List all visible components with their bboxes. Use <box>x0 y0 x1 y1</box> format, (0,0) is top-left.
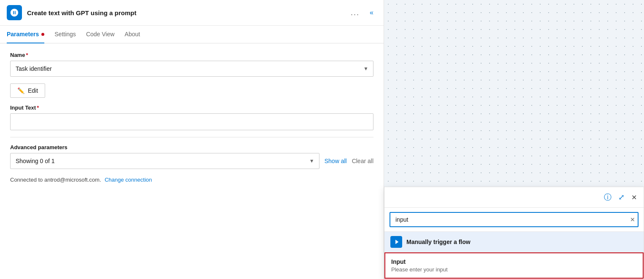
result-item-title: Input <box>391 258 637 265</box>
advanced-select-wrapper: Showing 0 of 1 ▼ <box>10 153 319 169</box>
input-text-field-group: Input Text* <box>10 105 373 130</box>
advanced-parameters-section: Advanced parameters Showing 0 of 1 ▼ Sho… <box>10 144 373 169</box>
search-clear-button[interactable]: ✕ <box>630 216 635 223</box>
name-label: Name* <box>10 52 373 58</box>
search-input[interactable] <box>390 212 639 227</box>
popup-expand-button[interactable]: ⤢ <box>617 191 626 204</box>
name-select[interactable]: Task identifier <box>10 61 373 77</box>
trigger-label: Manually trigger a flow <box>406 239 471 245</box>
canvas-panel: ⓘ ⤢ ✕ ✕ Manually trigger a flow <box>384 0 644 279</box>
tab-settings[interactable]: Settings <box>54 26 76 43</box>
tab-about[interactable]: About <box>124 26 140 43</box>
tab-required-dot <box>41 33 44 36</box>
connection-text: Connected to antrod@microsoft.com. <box>10 177 101 183</box>
tab-code-view[interactable]: Code View <box>86 26 114 43</box>
name-required: * <box>26 52 28 58</box>
search-wrapper: ✕ <box>384 208 644 232</box>
tab-parameters[interactable]: Parameters <box>7 26 44 43</box>
close-icon: ✕ <box>631 193 637 201</box>
advanced-select[interactable]: Showing 0 of 1 <box>10 153 319 169</box>
input-text-required: * <box>37 105 39 111</box>
flow-trigger-icon <box>393 239 400 245</box>
name-select-wrapper: Task identifier ▼ <box>10 61 373 77</box>
change-connection-link[interactable]: Change connection <box>105 177 152 183</box>
divider <box>10 137 373 137</box>
connection-info: Connected to antrod@microsoft.com. Chang… <box>10 176 373 183</box>
trigger-item: Manually trigger a flow <box>384 232 644 252</box>
pencil-icon: ✏️ <box>17 87 24 94</box>
panel-header: Create text with GPT using a prompt ... … <box>0 0 384 26</box>
result-item-subtitle: Please enter your input <box>391 266 637 273</box>
show-all-link[interactable]: Show all <box>325 158 347 164</box>
name-field-group: Name* Task identifier ▼ <box>10 52 373 77</box>
popup-panel: ⓘ ⤢ ✕ ✕ Manually trigger a flow <box>384 187 644 279</box>
header-actions: ... « <box>347 7 377 19</box>
tabs-bar: Parameters Settings Code View About <box>0 26 384 43</box>
left-panel: Create text with GPT using a prompt ... … <box>0 0 384 279</box>
app-icon <box>7 5 22 20</box>
popup-info-button[interactable]: ⓘ <box>602 190 613 204</box>
expand-icon: ⤢ <box>618 193 625 202</box>
input-text-label: Input Text* <box>10 105 373 111</box>
popup-header: ⓘ ⤢ ✕ <box>384 187 644 208</box>
popup-close-button[interactable]: ✕ <box>630 192 639 203</box>
clear-all-link[interactable]: Clear all <box>352 158 373 164</box>
info-icon: ⓘ <box>604 192 612 202</box>
trigger-icon-wrapper <box>390 236 402 248</box>
more-options-button[interactable]: ... <box>347 7 363 19</box>
edit-button[interactable]: ✏️ Edit <box>10 83 45 98</box>
result-item[interactable]: Input Please enter your input <box>384 252 644 279</box>
advanced-label: Advanced parameters <box>10 144 373 150</box>
panel-body: Name* Task identifier ▼ ✏️ Edit Input Te… <box>0 43 384 279</box>
collapse-button[interactable]: « <box>366 7 377 18</box>
input-text-field[interactable] <box>10 113 373 130</box>
clear-icon: ✕ <box>630 216 635 223</box>
panel-title: Create text with GPT using a prompt <box>27 9 342 16</box>
gpt-icon <box>10 8 19 17</box>
advanced-row: Showing 0 of 1 ▼ Show all Clear all <box>10 153 373 169</box>
